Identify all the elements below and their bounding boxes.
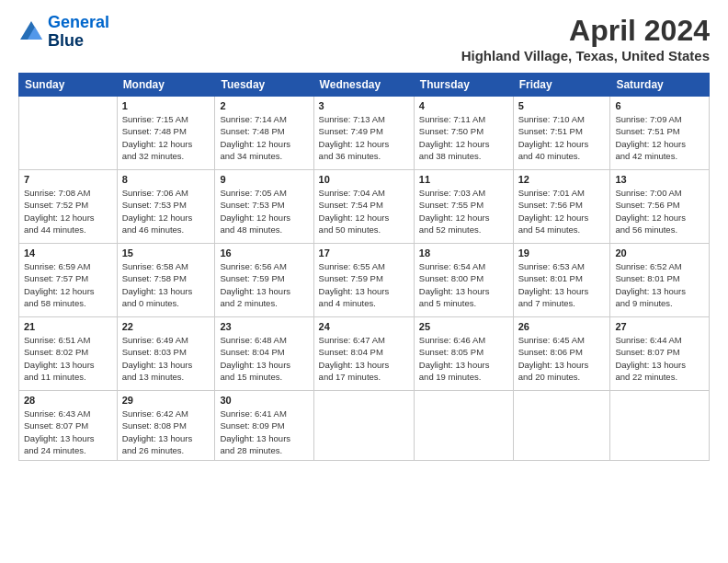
- day-number: 28: [24, 395, 112, 406]
- table-row: 4Sunrise: 7:11 AMSunset: 7:50 PMDaylight…: [414, 97, 513, 170]
- day-info: Sunrise: 7:09 AMSunset: 7:51 PMDaylight:…: [615, 113, 704, 162]
- col-friday: Friday: [513, 74, 610, 97]
- day-info: Sunrise: 7:14 AMSunset: 7:48 PMDaylight:…: [220, 113, 308, 162]
- day-info: Sunrise: 6:44 AMSunset: 8:07 PMDaylight:…: [615, 334, 704, 383]
- day-info: Sunrise: 7:04 AMSunset: 7:54 PMDaylight:…: [319, 187, 409, 236]
- day-info: Sunrise: 7:01 AMSunset: 7:56 PMDaylight:…: [518, 187, 606, 236]
- day-number: 14: [24, 247, 112, 259]
- day-info: Sunrise: 6:45 AMSunset: 8:06 PMDaylight:…: [518, 334, 606, 383]
- day-info: Sunrise: 6:42 AMSunset: 8:08 PMDaylight:…: [122, 408, 210, 456]
- day-number: 2: [220, 100, 308, 111]
- day-number: 27: [615, 321, 704, 332]
- day-number: 19: [518, 247, 606, 259]
- table-row: 5Sunrise: 7:10 AMSunset: 7:51 PMDaylight…: [513, 97, 610, 170]
- calendar-header-row: Sunday Monday Tuesday Wednesday Thursday…: [19, 74, 710, 97]
- day-info: Sunrise: 6:47 AMSunset: 8:04 PMDaylight:…: [319, 334, 409, 383]
- table-row: 11Sunrise: 7:03 AMSunset: 7:55 PMDayligh…: [414, 170, 513, 244]
- day-info: Sunrise: 6:49 AMSunset: 8:03 PMDaylight:…: [122, 334, 210, 383]
- table-row: 28Sunrise: 6:43 AMSunset: 8:07 PMDayligh…: [19, 391, 118, 461]
- table-row: 23Sunrise: 6:48 AMSunset: 8:04 PMDayligh…: [215, 317, 313, 391]
- day-info: Sunrise: 7:13 AMSunset: 7:49 PMDaylight:…: [319, 113, 409, 162]
- calendar-week-row: 1Sunrise: 7:15 AMSunset: 7:48 PMDaylight…: [19, 97, 710, 170]
- table-row: 25Sunrise: 6:46 AMSunset: 8:05 PMDayligh…: [414, 317, 513, 391]
- col-wednesday: Wednesday: [313, 74, 414, 97]
- day-number: 26: [518, 321, 606, 332]
- table-row: [19, 97, 118, 170]
- table-row: 18Sunrise: 6:54 AMSunset: 8:00 PMDayligh…: [414, 244, 513, 317]
- calendar-week-row: 7Sunrise: 7:08 AMSunset: 7:52 PMDaylight…: [19, 170, 710, 244]
- table-row: 9Sunrise: 7:05 AMSunset: 7:53 PMDaylight…: [215, 170, 313, 244]
- table-row: 20Sunrise: 6:52 AMSunset: 8:01 PMDayligh…: [610, 244, 710, 317]
- table-row: 29Sunrise: 6:42 AMSunset: 8:08 PMDayligh…: [117, 391, 215, 461]
- day-number: 7: [24, 174, 112, 185]
- day-info: Sunrise: 7:05 AMSunset: 7:53 PMDaylight:…: [220, 187, 308, 236]
- day-info: Sunrise: 7:06 AMSunset: 7:53 PMDaylight:…: [122, 187, 210, 236]
- day-info: Sunrise: 6:53 AMSunset: 8:01 PMDaylight:…: [518, 260, 606, 309]
- logo-text: General Blue: [48, 14, 109, 51]
- day-number: 12: [518, 174, 606, 185]
- logo-icon: [18, 19, 44, 45]
- day-info: Sunrise: 7:11 AMSunset: 7:50 PMDaylight:…: [419, 113, 508, 162]
- day-number: 20: [615, 247, 704, 259]
- day-info: Sunrise: 7:03 AMSunset: 7:55 PMDaylight:…: [419, 187, 508, 236]
- day-info: Sunrise: 7:08 AMSunset: 7:52 PMDaylight:…: [24, 187, 112, 236]
- day-number: 5: [518, 100, 606, 111]
- table-row: 8Sunrise: 7:06 AMSunset: 7:53 PMDaylight…: [117, 170, 215, 244]
- day-info: Sunrise: 6:51 AMSunset: 8:02 PMDaylight:…: [24, 334, 112, 383]
- day-number: 13: [615, 174, 704, 185]
- col-saturday: Saturday: [610, 74, 710, 97]
- day-info: Sunrise: 6:52 AMSunset: 8:01 PMDaylight:…: [615, 260, 704, 309]
- day-info: Sunrise: 7:10 AMSunset: 7:51 PMDaylight:…: [518, 113, 606, 162]
- day-number: 24: [319, 321, 409, 332]
- table-row: 27Sunrise: 6:44 AMSunset: 8:07 PMDayligh…: [610, 317, 710, 391]
- table-row: 7Sunrise: 7:08 AMSunset: 7:52 PMDaylight…: [19, 170, 118, 244]
- table-row: 30Sunrise: 6:41 AMSunset: 8:09 PMDayligh…: [215, 391, 313, 461]
- month-title: April 2024: [461, 14, 710, 48]
- table-row: 10Sunrise: 7:04 AMSunset: 7:54 PMDayligh…: [313, 170, 414, 244]
- table-row: 3Sunrise: 7:13 AMSunset: 7:49 PMDaylight…: [313, 97, 414, 170]
- day-number: 4: [419, 100, 508, 111]
- day-number: 16: [220, 247, 308, 259]
- table-row: [513, 391, 610, 461]
- table-row: 17Sunrise: 6:55 AMSunset: 7:59 PMDayligh…: [313, 244, 414, 317]
- title-block: April 2024 Highland Village, Texas, Unit…: [461, 14, 710, 63]
- day-number: 11: [419, 174, 508, 185]
- day-info: Sunrise: 6:56 AMSunset: 7:59 PMDaylight:…: [220, 260, 308, 309]
- table-row: 15Sunrise: 6:58 AMSunset: 7:58 PMDayligh…: [117, 244, 215, 317]
- table-row: 6Sunrise: 7:09 AMSunset: 7:51 PMDaylight…: [610, 97, 710, 170]
- table-row: 22Sunrise: 6:49 AMSunset: 8:03 PMDayligh…: [117, 317, 215, 391]
- table-row: [313, 391, 414, 461]
- table-row: 13Sunrise: 7:00 AMSunset: 7:56 PMDayligh…: [610, 170, 710, 244]
- day-number: 18: [419, 247, 508, 259]
- table-row: 24Sunrise: 6:47 AMSunset: 8:04 PMDayligh…: [313, 317, 414, 391]
- day-number: 23: [220, 321, 308, 332]
- table-row: [414, 391, 513, 461]
- day-number: 21: [24, 321, 112, 332]
- day-info: Sunrise: 6:46 AMSunset: 8:05 PMDaylight:…: [419, 334, 508, 383]
- day-number: 8: [122, 174, 210, 185]
- day-number: 6: [615, 100, 704, 111]
- day-number: 9: [220, 174, 308, 185]
- day-number: 25: [419, 321, 508, 332]
- day-info: Sunrise: 6:58 AMSunset: 7:58 PMDaylight:…: [122, 260, 210, 309]
- header: General Blue April 2024 Highland Village…: [18, 14, 710, 63]
- day-number: 10: [319, 174, 409, 185]
- day-info: Sunrise: 6:48 AMSunset: 8:04 PMDaylight:…: [220, 334, 308, 383]
- table-row: 21Sunrise: 6:51 AMSunset: 8:02 PMDayligh…: [19, 317, 118, 391]
- table-row: 1Sunrise: 7:15 AMSunset: 7:48 PMDaylight…: [117, 97, 215, 170]
- calendar: Sunday Monday Tuesday Wednesday Thursday…: [18, 73, 710, 461]
- table-row: 14Sunrise: 6:59 AMSunset: 7:57 PMDayligh…: [19, 244, 118, 317]
- day-number: 15: [122, 247, 210, 259]
- table-row: [610, 391, 710, 461]
- day-number: 30: [220, 395, 308, 406]
- logo: General Blue: [18, 14, 109, 51]
- day-info: Sunrise: 7:00 AMSunset: 7:56 PMDaylight:…: [615, 187, 704, 236]
- col-tuesday: Tuesday: [215, 74, 313, 97]
- day-info: Sunrise: 7:15 AMSunset: 7:48 PMDaylight:…: [122, 113, 210, 162]
- day-info: Sunrise: 6:54 AMSunset: 8:00 PMDaylight:…: [419, 260, 508, 309]
- table-row: 12Sunrise: 7:01 AMSunset: 7:56 PMDayligh…: [513, 170, 610, 244]
- calendar-week-row: 28Sunrise: 6:43 AMSunset: 8:07 PMDayligh…: [19, 391, 710, 461]
- day-number: 1: [122, 100, 210, 111]
- day-info: Sunrise: 6:41 AMSunset: 8:09 PMDaylight:…: [220, 408, 308, 456]
- location: Highland Village, Texas, United States: [461, 48, 710, 63]
